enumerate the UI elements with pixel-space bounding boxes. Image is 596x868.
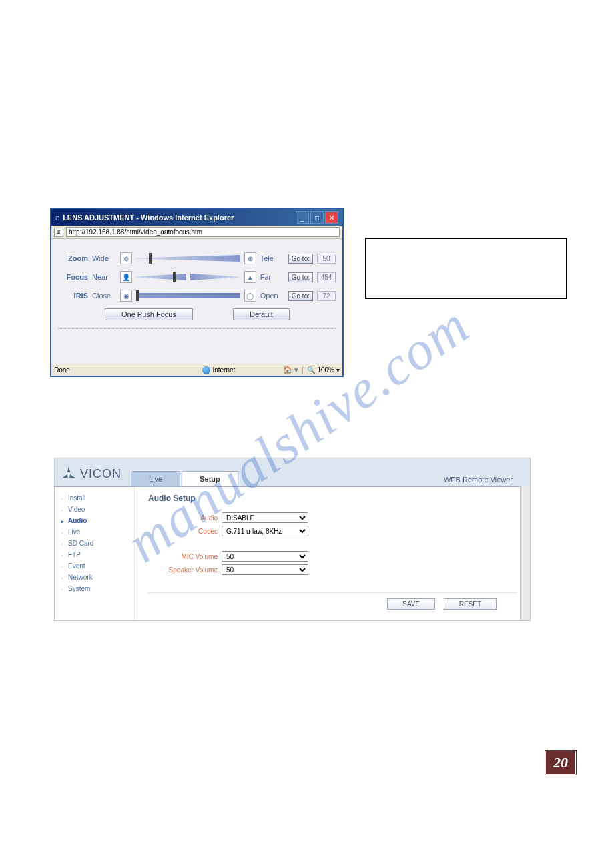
window-title: LENS ADJUSTMENT - Windows Internet Explo…: [63, 213, 296, 222]
default-button[interactable]: Default: [233, 308, 290, 320]
sidebar-item-label: SD Card: [68, 540, 93, 547]
annotation-box: [365, 238, 567, 299]
security-zone: Internet: [202, 366, 235, 374]
maximize-button[interactable]: □: [310, 211, 324, 224]
home-icon[interactable]: 🏠 ▾: [283, 366, 298, 374]
zoom-left-label: Wide: [92, 254, 116, 262]
sidebar-item-ftp[interactable]: ▫FTP: [55, 549, 134, 560]
focus-right-label: Far: [260, 273, 284, 281]
sidebar-item-video[interactable]: ▫Video: [55, 504, 134, 515]
sidebar: ▫Install▫Video▸Audio▫Live▫SD Card▫FTP▫Ev…: [55, 487, 135, 620]
caret-right-icon: ▸: [61, 519, 65, 523]
vicon-logo: VICON: [60, 465, 121, 482]
reset-button[interactable]: RESET: [444, 598, 497, 610]
zoom-row: Zoom Wide ⊖ ⊕ Tele Go to: 50: [58, 252, 336, 264]
focus-goto-button[interactable]: Go to:: [288, 272, 313, 282]
main-panel: Audio Setup Audio DISABLE Codec G.711 u-…: [135, 487, 530, 620]
iris-left-label: Close: [92, 292, 116, 300]
iris-right-label: Open: [260, 292, 284, 300]
mic-row: MIC Volume 50: [148, 551, 517, 562]
status-done: Done: [54, 366, 198, 374]
codec-row: Codec G.711 u-law, 8KHz: [148, 526, 517, 536]
focus-row: Focus Near 👤 ▲ Far Go to: 454: [58, 271, 336, 283]
url-input[interactable]: [66, 227, 340, 237]
focus-left-label: Near: [92, 273, 116, 281]
sidebar-item-system[interactable]: ▫System: [55, 583, 134, 594]
ie-content: Zoom Wide ⊖ ⊕ Tele Go to: 50 Focus Near …: [51, 239, 342, 364]
ie-logo-icon: e: [55, 213, 59, 222]
box-icon: ▫: [61, 553, 65, 557]
sidebar-item-sd-card[interactable]: ▫SD Card: [55, 538, 134, 549]
sidebar-item-network[interactable]: ▫Network: [55, 572, 134, 583]
focus-far-icon[interactable]: ▲: [244, 271, 256, 283]
globe-icon: [202, 366, 210, 374]
sidebar-item-label: Audio: [68, 517, 87, 524]
save-button[interactable]: SAVE: [387, 598, 435, 610]
vicon-header: VICON Live Setup WEB Remote Viewer: [55, 458, 530, 486]
iris-slider[interactable]: [136, 290, 240, 301]
box-icon: ▫: [61, 508, 65, 512]
one-push-focus-button[interactable]: One Push Focus: [105, 308, 193, 320]
sidebar-item-label: FTP: [68, 551, 81, 558]
iris-close-icon[interactable]: ◉: [120, 290, 132, 302]
mic-label: MIC Volume: [148, 553, 222, 560]
sidebar-item-label: Network: [68, 574, 93, 581]
speaker-select[interactable]: 50: [222, 564, 308, 575]
minimize-button[interactable]: _: [296, 211, 309, 224]
audio-select[interactable]: DISABLE: [222, 512, 308, 523]
zoom-label: Zoom: [58, 254, 88, 262]
codec-label: Codec: [148, 528, 222, 535]
page-number-badge: 20: [545, 751, 576, 775]
zoom-value[interactable]: 50: [317, 254, 336, 264]
sidebar-item-audio[interactable]: ▸Audio: [55, 515, 134, 526]
iris-goto-button[interactable]: Go to:: [288, 291, 313, 301]
box-icon: ▫: [61, 542, 65, 546]
box-icon: ▫: [61, 496, 65, 500]
sidebar-item-label: System: [68, 585, 90, 592]
focus-slider[interactable]: [136, 272, 240, 282]
zoom-goto-button[interactable]: Go to:: [288, 254, 313, 264]
page-icon: 🗎: [54, 228, 63, 237]
zoom-out-icon[interactable]: ⊖: [120, 252, 132, 264]
brand-label: WEB Remote Viewer: [444, 476, 513, 484]
vicon-logo-icon: [60, 465, 77, 482]
address-bar: 🗎: [51, 226, 342, 239]
audio-row: Audio DISABLE: [148, 512, 517, 523]
vicon-viewer: VICON Live Setup WEB Remote Viewer ▫Inst…: [54, 458, 531, 621]
tab-live[interactable]: Live: [131, 471, 180, 486]
focus-label: Focus: [58, 273, 88, 281]
box-icon: ▫: [61, 530, 65, 534]
sidebar-item-event[interactable]: ▫Event: [55, 560, 134, 572]
speaker-label: Speaker Volume: [148, 566, 222, 574]
zoom-slider[interactable]: [136, 253, 240, 264]
iris-open-icon[interactable]: ◯: [244, 290, 256, 302]
audio-label: Audio: [148, 514, 222, 522]
section-title: Audio Setup: [148, 494, 517, 503]
tab-setup[interactable]: Setup: [182, 471, 238, 486]
sidebar-item-label: Video: [68, 506, 85, 513]
sidebar-item-label: Install: [68, 494, 85, 502]
sidebar-item-live[interactable]: ▫Live: [55, 526, 134, 538]
zone-text: Internet: [212, 366, 235, 374]
focus-near-icon[interactable]: 👤: [120, 271, 132, 283]
iris-value[interactable]: 72: [317, 291, 336, 301]
zoom-control[interactable]: 🔍 100% ▾: [302, 366, 340, 374]
close-button[interactable]: ✕: [325, 211, 338, 224]
box-icon: ▫: [61, 564, 65, 568]
mic-select[interactable]: 50: [222, 551, 308, 562]
speaker-row: Speaker Volume 50: [148, 564, 517, 575]
status-bar: Done Internet 🏠 ▾ 🔍 100% ▾: [51, 364, 342, 376]
titlebar: e LENS ADJUSTMENT - Windows Internet Exp…: [51, 209, 342, 226]
box-icon: ▫: [61, 576, 65, 580]
focus-value[interactable]: 454: [317, 272, 336, 282]
sidebar-item-label: Live: [68, 528, 80, 536]
sidebar-item-label: Event: [68, 562, 85, 570]
vicon-logo-text: VICON: [80, 467, 121, 481]
box-icon: ▫: [61, 587, 65, 591]
zoom-in-icon[interactable]: ⊕: [244, 252, 256, 264]
ie-window: e LENS ADJUSTMENT - Windows Internet Exp…: [50, 208, 344, 377]
sidebar-item-install[interactable]: ▫Install: [55, 492, 134, 504]
magnifier-icon: 🔍: [307, 366, 315, 374]
zoom-right-label: Tele: [260, 254, 284, 262]
codec-select[interactable]: G.711 u-law, 8KHz: [222, 526, 308, 536]
